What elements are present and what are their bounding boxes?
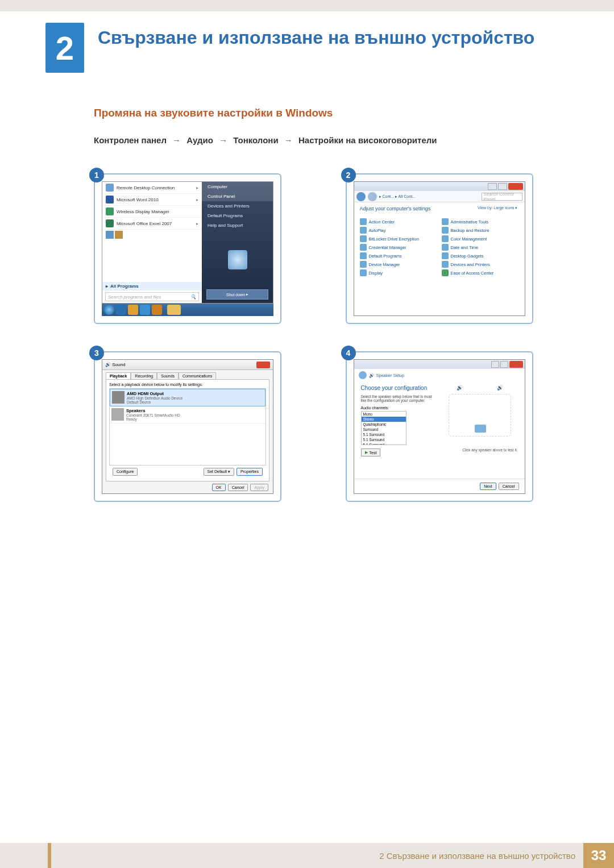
set-default-button[interactable]: Set Default ▾ xyxy=(204,468,235,476)
breadcrumb[interactable]: ▸ Cont... ▸ All Cont... xyxy=(379,194,416,199)
close-button[interactable] xyxy=(509,361,523,368)
footer-caption: 2 Свързване и използване на външно устро… xyxy=(379,851,575,861)
menu-label: Remote Desktop Connection xyxy=(117,185,175,190)
start-orb-icon[interactable] xyxy=(104,305,114,315)
tabs-row: Playback Recording Sounds Communications xyxy=(102,370,273,379)
taskbar-ie-icon[interactable] xyxy=(140,305,150,315)
close-button[interactable] xyxy=(508,183,523,190)
channel-option[interactable]: 5.1 Surround xyxy=(362,432,406,437)
cp-item-action-center[interactable]: Action Center xyxy=(360,218,437,225)
taskbar-icon[interactable] xyxy=(116,305,126,315)
maximize-button[interactable] xyxy=(500,361,508,368)
channel-option-selected[interactable]: Stereo xyxy=(362,417,406,422)
view-by-selector[interactable]: View by: Large icons ▾ xyxy=(478,206,517,210)
cp-item-devices-printers[interactable]: Devices and Printers xyxy=(442,261,519,268)
taskbar-icon[interactable] xyxy=(128,305,138,315)
cp-item-admin-tools[interactable]: Administrative Tools xyxy=(442,218,519,225)
properties-button[interactable]: Properties xyxy=(237,468,263,476)
gadgets-icon xyxy=(442,252,449,259)
cp-item-credential[interactable]: Credential Manager xyxy=(360,244,437,251)
shutdown-label: Shut down xyxy=(226,293,245,297)
minimize-button[interactable] xyxy=(488,183,497,190)
flag-icon xyxy=(360,218,367,225)
cp-item-backup[interactable]: Backup and Restore xyxy=(442,227,519,234)
color-icon xyxy=(442,235,449,242)
test-label: Test xyxy=(370,451,377,455)
clock-icon xyxy=(442,244,449,251)
close-button[interactable] xyxy=(256,362,270,368)
cancel-button[interactable]: Cancel xyxy=(499,483,519,490)
maximize-button[interactable] xyxy=(498,183,507,190)
cp-item-display[interactable]: Display xyxy=(360,269,437,276)
screenshot-3: 🔊 Sound Playback Recording Sounds Commun… xyxy=(94,351,281,502)
cp-item-device-manager[interactable]: Device Manager xyxy=(360,261,437,268)
printer-icon xyxy=(442,261,449,268)
chapter-title: Свързване и използване на външно устройс… xyxy=(98,23,534,49)
test-button[interactable]: ▶ Test xyxy=(361,448,381,456)
device-sub: Conexant 20671 SmartAudio HD xyxy=(126,413,180,417)
start-right-control-panel[interactable]: Control Panel xyxy=(202,192,273,201)
start-right-help[interactable]: Help and Support xyxy=(202,221,273,230)
channel-option[interactable]: Quadraphonic xyxy=(362,422,406,427)
start-menu-item[interactable]: Microsoft Office Excel 2007 ▸ xyxy=(102,218,202,230)
cp-label: Backup and Restore xyxy=(451,228,489,233)
ok-button[interactable]: OK xyxy=(212,484,226,491)
click-hint: Click any speaker above to test it. xyxy=(462,448,517,452)
channels-list[interactable]: Mono Stereo Quadraphonic Surround 5.1 Su… xyxy=(361,411,406,445)
cp-label: Ease of Access Center xyxy=(451,271,494,276)
cp-item-ease-of-access[interactable]: Ease of Access Center xyxy=(442,269,519,276)
cp-item-color[interactable]: Color Management xyxy=(442,235,519,242)
control-panel-window: ▸ Cont... ▸ All Cont... Search Control P… xyxy=(354,181,525,316)
forward-button[interactable] xyxy=(368,192,377,201)
autoplay-icon xyxy=(360,227,367,234)
start-menu-item[interactable]: Microsoft Word 2010 ▸ xyxy=(102,194,202,206)
channel-option[interactable]: Mono xyxy=(362,412,406,417)
path-step-2: Аудио xyxy=(186,135,213,145)
search-input[interactable]: Search Control Panel xyxy=(482,193,522,201)
start-right-default-programs[interactable]: Default Programs xyxy=(202,211,273,221)
tab-recording[interactable]: Recording xyxy=(131,372,157,379)
taskbar-icon[interactable] xyxy=(167,305,181,315)
tools-icon xyxy=(442,218,449,225)
cp-item-bitlocker[interactable]: BitLocker Drive Encryption xyxy=(360,235,437,242)
play-icon: ▶ xyxy=(365,450,368,455)
cp-label: Device Manager xyxy=(369,262,400,267)
speaker-right-icon: 🔊 xyxy=(497,385,503,391)
recent-row xyxy=(102,230,202,240)
tab-sounds[interactable]: Sounds xyxy=(157,372,179,379)
sound-body: Select a playback device below to modify… xyxy=(106,379,269,481)
start-right-computer[interactable]: Computer xyxy=(202,182,273,192)
shutdown-button[interactable]: Shut down ▸ xyxy=(206,289,268,300)
sound-titlebar: 🔊 Sound xyxy=(102,360,273,370)
start-menu-item[interactable]: Remote Desktop Connection ▸ xyxy=(102,182,202,194)
start-menu-item[interactable]: Wireless Display Manager xyxy=(102,206,202,218)
cp-item-autoplay[interactable]: AutoPlay xyxy=(360,227,437,234)
cp-item-default-programs[interactable]: Default Programs xyxy=(360,252,437,259)
channel-option[interactable]: Surround xyxy=(362,427,406,432)
instruction-text: Select a playback device below to modify… xyxy=(109,383,266,387)
next-button[interactable]: Next xyxy=(480,483,496,490)
device-row[interactable]: Speakers Conexant 20671 SmartAudio HD Re… xyxy=(110,406,265,423)
search-input[interactable]: Search programs and files 🔍 xyxy=(105,292,199,301)
tab-communications[interactable]: Communications xyxy=(179,372,216,379)
apply-button[interactable]: Apply xyxy=(250,484,268,491)
cp-item-datetime[interactable]: Date and Time xyxy=(442,244,519,251)
dialog-footer: Next Cancel xyxy=(354,479,525,493)
cp-item-gadgets[interactable]: Desktop Gadgets xyxy=(442,252,519,259)
tab-playback[interactable]: Playback xyxy=(106,372,131,379)
start-menu: Remote Desktop Connection ▸ Microsoft Wo… xyxy=(102,181,273,304)
back-button[interactable] xyxy=(356,192,366,201)
taskbar-icon[interactable] xyxy=(152,305,162,315)
channel-option[interactable]: 5.1 Surround xyxy=(362,442,406,445)
configure-button[interactable]: Configure xyxy=(113,468,138,476)
search-icon: 🔍 xyxy=(190,294,196,300)
minimize-button[interactable] xyxy=(491,361,499,368)
channel-option[interactable]: 5.1 Surround xyxy=(362,437,406,442)
all-programs[interactable]: ▸ All Programs xyxy=(102,282,202,290)
chevron-right-icon: ▸ xyxy=(196,221,198,226)
start-right-devices[interactable]: Devices and Printers xyxy=(202,201,273,211)
speaker-icon: 🔊 xyxy=(369,373,374,378)
cancel-button[interactable]: Cancel xyxy=(228,484,248,491)
back-button[interactable] xyxy=(359,371,367,379)
device-row[interactable]: AMD HDMI Output AMD High Definition Audi… xyxy=(110,389,265,406)
